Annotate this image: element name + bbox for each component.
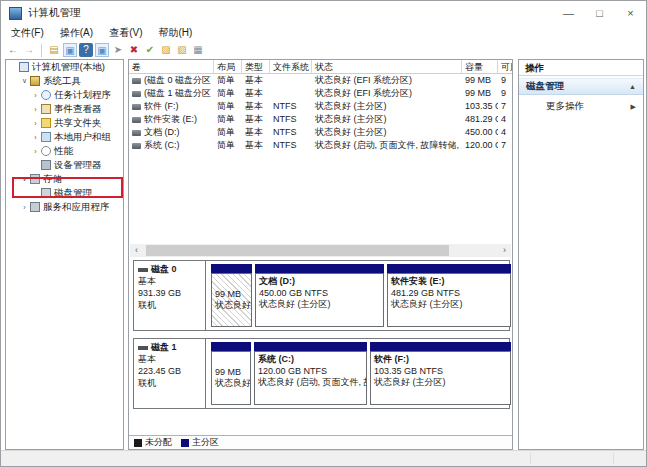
column-header-1[interactable]: 布局 — [214, 60, 242, 74]
maximize-button[interactable]: □ — [584, 1, 615, 25]
menu-item-help[interactable]: 帮助(H) — [150, 26, 200, 40]
show-console-tree-icon[interactable]: ▣ — [63, 43, 77, 57]
sidebar-item-event-viewer[interactable]: ›事件查看器 — [6, 102, 123, 116]
partition-label: 文档 (D:) — [259, 276, 380, 288]
partition-status: 状态良好 ( — [215, 300, 248, 312]
partition-size: 481.29 GB NTFS — [391, 288, 507, 300]
expander-icon[interactable]: › — [20, 204, 29, 211]
legend-label: 未分配 — [145, 436, 172, 449]
sidebar-item-local-users-groups[interactable]: ›本地用户和组 — [6, 130, 123, 144]
sidebar-item-services-applications[interactable]: ›服务和应用程序 — [6, 200, 123, 214]
properties-icon[interactable]: ▨ — [159, 43, 173, 57]
volume-icon — [132, 104, 141, 110]
sidebar-item-performance[interactable]: ›性能 — [6, 144, 123, 158]
back-icon[interactable]: ← — [6, 43, 20, 57]
scrollbar-thumb[interactable] — [146, 245, 449, 256]
expander-icon[interactable]: ∨ — [20, 175, 29, 183]
window-title: 计算机管理 — [28, 6, 81, 20]
table-row[interactable]: 系统 (C:)简单基本NTFS状态良好 (启动, 页面文件, 故障转储, 主分区… — [129, 139, 512, 152]
sidebar-item-shared-folders[interactable]: ›共享文件夹 — [6, 116, 123, 130]
table-row[interactable]: (磁盘 0 磁盘分区 1)简单基本状态良好 (EFI 系统分区)99 MB9 — [129, 74, 512, 87]
action-icon[interactable]: ➤ — [111, 43, 125, 57]
partition[interactable]: 99 MB状态良好 ( — [211, 264, 252, 327]
close-button[interactable]: × — [615, 1, 646, 25]
table-row[interactable]: (磁盘 1 磁盘分区 1)简单基本状态良好 (EFI 系统分区)99 MB9 — [129, 87, 512, 100]
partition-label: 软件 (F:) — [374, 354, 507, 366]
partition[interactable]: 文档 (D:)450.00 GB NTFS状态良好 (主分区) — [255, 264, 384, 327]
partition[interactable]: 软件 (F:)103.35 GB NTFS状态良好 (主分区) — [370, 342, 511, 405]
sidebar-item-label: 性能 — [54, 145, 73, 158]
expander-icon[interactable]: › — [31, 134, 40, 141]
details-icon[interactable]: ▦ — [191, 43, 205, 57]
more-actions-item[interactable]: 更多操作 ▶ — [519, 95, 643, 113]
column-header-0[interactable]: 卷 — [129, 60, 214, 74]
cell-capacity: 103.35 GB — [462, 100, 498, 113]
partition-box[interactable]: 99 MB状态良好 ( — [211, 273, 252, 327]
disk-name: 磁盘 1 — [138, 341, 205, 353]
collapse-icon[interactable]: ▲ — [629, 83, 636, 90]
actions-group-disk-management[interactable]: 磁盘管理 ▲ — [519, 78, 643, 95]
cell-capacity: 99 MB — [462, 87, 498, 100]
column-header-6[interactable]: 可用空间 — [498, 60, 513, 74]
partition[interactable]: 软件安装 (E:)481.29 GB NTFS状态良好 (主分区) — [387, 264, 511, 327]
partition[interactable]: 系统 (C:)120.00 GB NTFS状态良好 (启动, 页面文件, 故 — [254, 342, 367, 405]
partition-box[interactable]: 99 MB状态良好 ( — [211, 351, 251, 405]
sidebar-item-label: 计算机管理(本地) — [32, 61, 105, 74]
expander-icon[interactable]: › — [31, 106, 40, 113]
forward-icon[interactable]: → — [22, 43, 36, 57]
disk-size: 223.45 GB — [138, 365, 205, 377]
sidebar-item-task-scheduler[interactable]: ›任务计划程序 — [6, 88, 123, 102]
cell-type: 基本 — [242, 74, 270, 87]
partition-box[interactable]: 文档 (D:)450.00 GB NTFS状态良好 (主分区) — [255, 273, 384, 327]
partition-box[interactable]: 软件安装 (E:)481.29 GB NTFS状态良好 (主分区) — [387, 273, 511, 327]
expander-icon[interactable]: › — [31, 148, 40, 155]
sidebar-item-system-tools[interactable]: ∨系统工具 — [6, 74, 123, 88]
disk-info[interactable]: 磁盘 1基本223.45 GB联机 — [134, 339, 206, 408]
menu-item-action[interactable]: 操作(A) — [52, 26, 101, 40]
column-header-5[interactable]: 容量 — [462, 60, 498, 74]
sidebar-item-disk-management[interactable]: 磁盘管理 — [6, 186, 123, 200]
partition-status: 状态良好 (主分区) — [391, 299, 507, 311]
cell-layout: 简单 — [214, 126, 242, 139]
column-header-2[interactable]: 类型 — [242, 60, 270, 74]
table-row[interactable]: 软件安装 (E:)简单基本NTFS状态良好 (主分区)481.29 GB4 — [129, 113, 512, 126]
menu-item-view[interactable]: 查看(V) — [101, 26, 150, 40]
expander-icon[interactable]: ∨ — [20, 77, 29, 85]
disk-name-label: 磁盘 1 — [151, 342, 177, 352]
show-action-pane-icon[interactable]: ▣ — [95, 43, 109, 57]
menu-item-file[interactable]: 文件(F) — [3, 26, 52, 40]
minimize-button[interactable]: — — [553, 1, 584, 25]
folder-icon[interactable]: ▧ — [175, 43, 189, 57]
partition-status: 状态良好 (启动, 页面文件, 故 — [258, 377, 363, 389]
column-header-4[interactable]: 状态 — [312, 60, 462, 74]
check-list-icon[interactable]: ✔ — [143, 43, 157, 57]
partition[interactable]: 99 MB状态良好 ( — [211, 342, 251, 405]
actions-group-label: 磁盘管理 — [526, 80, 564, 93]
disk-info[interactable]: 磁盘 0基本931.39 GB联机 — [134, 261, 206, 330]
task-scheduler-icon — [41, 90, 51, 100]
console-tree-panel: 计算机管理(本地)∨系统工具›任务计划程序›事件查看器›共享文件夹›本地用户和组… — [5, 59, 124, 450]
volume-name: 软件安装 (E:) — [144, 114, 197, 124]
table-row[interactable]: 文档 (D:)简单基本NTFS状态良好 (主分区)450.00 GB4 — [129, 126, 512, 139]
partition-box[interactable]: 系统 (C:)120.00 GB NTFS状态良好 (启动, 页面文件, 故 — [254, 351, 367, 405]
table-row[interactable]: 软件 (F:)简单基本NTFS状态良好 (主分区)103.35 GB7 — [129, 100, 512, 113]
sidebar-item-computer-management[interactable]: 计算机管理(本地) — [6, 60, 123, 74]
submenu-arrow-icon: ▶ — [631, 103, 636, 111]
expander-icon[interactable]: › — [31, 120, 40, 127]
sidebar-item-storage[interactable]: ∨存储 — [6, 172, 123, 186]
scroll-left-icon[interactable]: ‹ — [130, 244, 143, 257]
legend-item: 主分区 — [181, 436, 219, 449]
cell-volume: 文档 (D:) — [129, 126, 214, 139]
delete-icon[interactable]: ✖ — [127, 43, 141, 57]
export-list-icon[interactable]: ▤ — [47, 43, 61, 57]
cell-free: 4 — [498, 113, 513, 126]
horizontal-scrollbar[interactable]: ‹ › — [130, 244, 511, 257]
partition-box[interactable]: 软件 (F:)103.35 GB NTFS状态良好 (主分区) — [370, 351, 511, 405]
scroll-right-icon[interactable]: › — [498, 244, 511, 257]
cell-status: 状态良好 (启动, 页面文件, 故障转储, 主分区) — [312, 139, 462, 152]
column-header-3[interactable]: 文件系统 — [270, 60, 312, 74]
sidebar-item-device-manager[interactable]: 设备管理器 — [6, 158, 123, 172]
expander-icon[interactable]: › — [31, 92, 40, 99]
help-icon[interactable]: ? — [79, 43, 93, 57]
statusbar-divider — [613, 453, 614, 464]
